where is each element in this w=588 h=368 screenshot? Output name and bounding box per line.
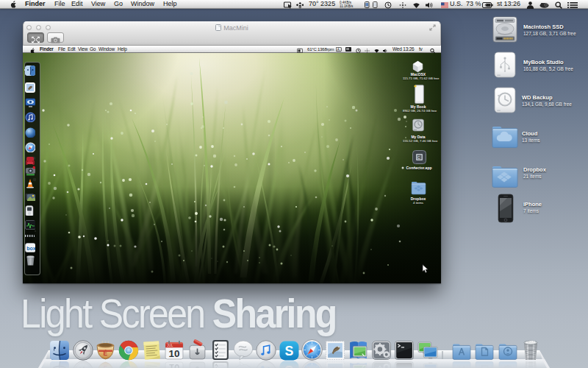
- svg-text:S: S: [285, 344, 294, 358]
- svg-text:É: É: [104, 364, 108, 368]
- svg-text:JUL: JUL: [168, 344, 174, 347]
- svg-text:A: A: [337, 48, 340, 52]
- svg-text:box: box: [26, 246, 35, 251]
- svg-text:10: 10: [169, 348, 180, 359]
- svg-text:É: É: [104, 350, 108, 357]
- svg-text:10: 10: [169, 362, 180, 368]
- svg-text:S: S: [285, 363, 294, 368]
